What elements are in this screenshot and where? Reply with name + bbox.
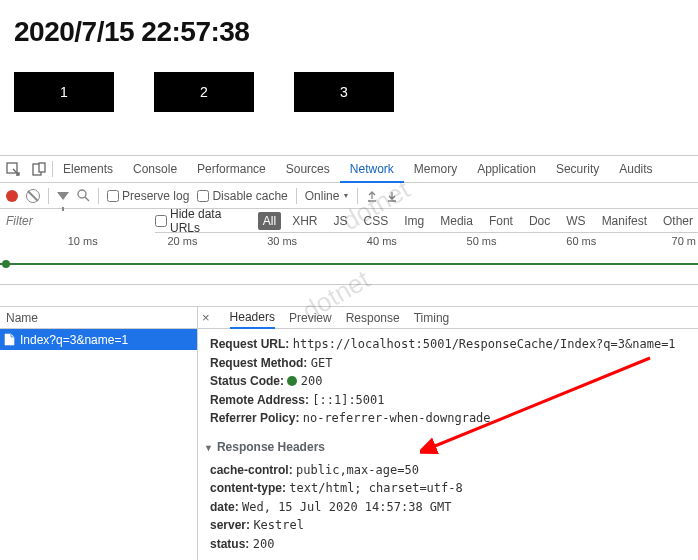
clear-icon[interactable]	[26, 189, 40, 203]
filter-img[interactable]: Img	[399, 212, 429, 230]
request-method: GET	[311, 356, 333, 370]
filter-xhr[interactable]: XHR	[287, 212, 322, 230]
date-label: date:	[210, 500, 239, 514]
tab-security[interactable]: Security	[546, 156, 609, 183]
cache-control-value: public,max-age=50	[296, 463, 419, 477]
tab-network[interactable]: Network	[340, 156, 404, 183]
tab-timing[interactable]: Timing	[414, 311, 450, 325]
content-type-value: text/html; charset=utf-8	[289, 481, 462, 495]
status-code-label: Status Code:	[210, 374, 284, 388]
tick: 40 ms	[299, 235, 399, 249]
svg-line-4	[85, 197, 89, 201]
request-row[interactable]: Index?q=3&name=1	[0, 329, 197, 350]
hide-data-urls-label: Hide data URLs	[170, 207, 252, 235]
box-2: 2	[154, 72, 254, 112]
server-value: Kestrel	[253, 518, 304, 532]
tab-performance[interactable]: Performance	[187, 156, 276, 183]
tick: 70 m	[598, 235, 698, 249]
disable-cache-label: Disable cache	[212, 189, 287, 203]
remote-address: [::1]:5001	[312, 393, 384, 407]
filter-js[interactable]: JS	[329, 212, 353, 230]
tab-headers[interactable]: Headers	[230, 307, 275, 329]
status-label: status:	[210, 537, 249, 551]
document-icon	[4, 333, 15, 346]
filter-manifest[interactable]: Manifest	[597, 212, 652, 230]
request-url-label: Request URL:	[210, 337, 289, 351]
filter-media[interactable]: Media	[435, 212, 478, 230]
svg-point-3	[78, 190, 86, 198]
download-icon[interactable]	[386, 190, 398, 202]
referrer-policy: no-referrer-when-downgrade	[303, 411, 491, 425]
date-value: Wed, 15 Jul 2020 14:57:38 GMT	[242, 500, 452, 514]
request-url: https://localhost:5001/ResponseCache/Ind…	[293, 337, 676, 351]
tab-response[interactable]: Response	[346, 311, 400, 325]
name-column-header[interactable]: Name	[0, 307, 197, 329]
tab-preview[interactable]: Preview	[289, 311, 332, 325]
tick: 10 ms	[0, 235, 100, 249]
close-icon[interactable]: ×	[202, 310, 210, 325]
preserve-log-label: Preserve log	[122, 189, 189, 203]
throttling-select[interactable]: Online	[305, 189, 350, 203]
tab-elements[interactable]: Elements	[53, 156, 123, 183]
device-toolbar-icon[interactable]	[26, 156, 52, 182]
page-timestamp: 2020/7/15 22:57:38	[14, 16, 684, 48]
server-label: server:	[210, 518, 250, 532]
network-timeline[interactable]: 10 ms 20 ms 30 ms 40 ms 50 ms 60 ms 70 m	[0, 233, 698, 285]
tab-console[interactable]: Console	[123, 156, 187, 183]
status-value: 200	[253, 537, 275, 551]
filter-input[interactable]	[0, 209, 155, 233]
filter-other[interactable]: Other	[658, 212, 698, 230]
filter-font[interactable]: Font	[484, 212, 518, 230]
tick: 30 ms	[199, 235, 299, 249]
cache-control-label: cache-control:	[210, 463, 293, 477]
filter-doc[interactable]: Doc	[524, 212, 555, 230]
filter-icon[interactable]	[57, 192, 69, 200]
remote-address-label: Remote Address:	[210, 393, 309, 407]
inspect-icon[interactable]	[0, 156, 26, 182]
referrer-policy-label: Referrer Policy:	[210, 411, 299, 425]
filter-css[interactable]: CSS	[359, 212, 394, 230]
devtools-tabs: Elements Console Performance Sources Net…	[53, 156, 663, 183]
preserve-log-checkbox[interactable]: Preserve log	[107, 189, 189, 203]
box-3: 3	[294, 72, 394, 112]
record-icon[interactable]	[6, 190, 18, 202]
tab-memory[interactable]: Memory	[404, 156, 467, 183]
upload-icon[interactable]	[366, 190, 378, 202]
content-type-label: content-type:	[210, 481, 286, 495]
svg-rect-2	[39, 163, 45, 172]
tab-application[interactable]: Application	[467, 156, 546, 183]
tab-sources[interactable]: Sources	[276, 156, 340, 183]
tick: 50 ms	[399, 235, 499, 249]
status-dot-icon	[287, 376, 297, 386]
filter-ws[interactable]: WS	[561, 212, 590, 230]
tick: 20 ms	[100, 235, 200, 249]
box-1: 1	[14, 72, 114, 112]
response-headers-section[interactable]: Response Headers	[204, 438, 694, 457]
request-name: Index?q=3&name=1	[20, 333, 128, 347]
search-icon[interactable]	[77, 189, 90, 202]
tab-audits[interactable]: Audits	[609, 156, 662, 183]
status-code: 200	[301, 374, 323, 388]
hide-data-urls-checkbox[interactable]: Hide data URLs	[155, 207, 252, 235]
disable-cache-checkbox[interactable]: Disable cache	[197, 189, 287, 203]
devtools-panel: Elements Console Performance Sources Net…	[0, 155, 698, 560]
tick: 60 ms	[499, 235, 599, 249]
request-method-label: Request Method:	[210, 356, 307, 370]
filter-all[interactable]: All	[258, 212, 281, 230]
